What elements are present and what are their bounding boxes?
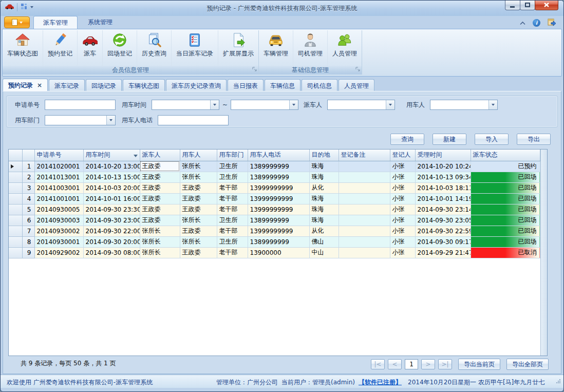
cell[interactable]: 小张 xyxy=(390,215,415,226)
resize-grip-icon[interactable] xyxy=(556,378,561,385)
column-header[interactable]: 用车人 xyxy=(180,150,217,161)
cell[interactable]: 2014-09-30 23:14 xyxy=(415,204,471,215)
cell[interactable]: 2014-09-30 22:00 xyxy=(83,226,140,236)
dispatch-status-cell[interactable]: 已回场 xyxy=(471,226,540,236)
ribbon-button-reservation-register[interactable]: 预约登记 xyxy=(43,30,78,66)
dispatch-status-cell[interactable]: 已预约 xyxy=(471,161,540,172)
next-page-button[interactable]: > xyxy=(421,359,435,369)
column-header[interactable]: 申请单号 xyxy=(34,150,83,161)
column-header[interactable]: 登记人 xyxy=(390,150,415,161)
cell[interactable]: 20141001001 xyxy=(34,193,83,204)
cell[interactable] xyxy=(339,215,390,226)
cell[interactable]: 2014-10-03 18:11 xyxy=(415,182,471,193)
application-menu-button[interactable] xyxy=(4,16,30,28)
tab-dispatch-history-query[interactable]: 派车历史记录查询 xyxy=(166,79,227,91)
cell[interactable]: 2014-09-30 22:59 xyxy=(415,226,471,236)
info-icon[interactable]: i xyxy=(533,19,540,27)
cell[interactable]: 王政委 xyxy=(140,193,180,204)
use-time-from-combobox[interactable] xyxy=(152,100,219,110)
tab-personnel-management[interactable]: 人员管理 xyxy=(339,79,374,91)
cell[interactable]: 从化 xyxy=(309,226,339,236)
dialog-launcher-icon[interactable] xyxy=(252,66,257,73)
cell[interactable]: 2014-09-30 23:30 xyxy=(83,204,140,215)
vertical-scrollbar[interactable] xyxy=(540,150,548,356)
row-number[interactable]: 1 xyxy=(22,161,34,172)
cell[interactable] xyxy=(339,161,390,172)
last-page-button[interactable]: >| xyxy=(438,359,452,369)
cell[interactable]: 佛山 xyxy=(309,236,339,247)
dropdown-button[interactable] xyxy=(386,100,394,109)
cell[interactable]: 20140929002 xyxy=(34,247,83,258)
cell[interactable]: 王政委 xyxy=(180,204,217,215)
form-switch-icon[interactable] xyxy=(548,18,556,28)
cell[interactable]: 2014-10-13 15:00 xyxy=(83,172,140,182)
row-number[interactable]: 6 xyxy=(22,215,34,226)
cell[interactable]: 珠海 xyxy=(309,215,339,226)
cell[interactable]: 20140930002 xyxy=(34,226,83,236)
cell[interactable]: 1389999999 xyxy=(248,215,309,226)
row-number[interactable]: 2 xyxy=(22,172,34,182)
row-indicator-cell[interactable] xyxy=(9,215,22,226)
ribbon-button-vehicle-status-map[interactable]: 车辆状态图 xyxy=(3,30,43,66)
cell[interactable]: 王政委 xyxy=(180,247,217,258)
cell[interactable]: 王政委 xyxy=(140,215,180,226)
cell[interactable]: 2014-10-03 20:00 xyxy=(83,182,140,193)
maximize-button[interactable] xyxy=(520,1,535,10)
dropdown-button[interactable] xyxy=(106,116,115,125)
prev-page-button[interactable]: < xyxy=(388,359,402,369)
cell[interactable]: 20140930001 xyxy=(34,236,83,247)
row-indicator-cell[interactable] xyxy=(9,182,22,193)
ribbon-button-personnel-management[interactable]: 人员管理 xyxy=(328,30,362,66)
cell[interactable]: 2014-09-30 23:00 xyxy=(83,215,140,226)
column-header[interactable]: 用车时间 xyxy=(83,150,140,161)
table-row[interactable]: 5201409300052014-09-30 23:30王政委王政委老干部139… xyxy=(9,204,540,215)
cell[interactable]: 20141013001 xyxy=(34,172,83,182)
row-number[interactable]: 5 xyxy=(22,204,34,215)
cell[interactable]: 2014-10-01 14:19 xyxy=(415,193,471,204)
cell[interactable]: 老干部 xyxy=(217,182,248,193)
row-number[interactable]: 3 xyxy=(22,182,34,193)
cell[interactable]: 1389999999 xyxy=(248,236,309,247)
table-row[interactable]: 4201410010012014-10-01 16:00王政委王政委老干部139… xyxy=(9,193,540,204)
cell[interactable]: 珠海 xyxy=(309,204,339,215)
cell[interactable]: 13999999999 xyxy=(248,226,309,236)
tab-reservation-records[interactable]: 预约记录× xyxy=(3,79,48,91)
cell[interactable]: 2014-09-29 21:47 xyxy=(415,247,471,258)
query-button[interactable]: 查询 xyxy=(390,134,424,145)
ribbon-button-driver-management[interactable]: 司机管理 xyxy=(293,30,328,66)
row-indicator-cell[interactable] xyxy=(9,172,22,182)
cell[interactable]: 2014-10-20 10:24 xyxy=(415,161,471,172)
cell[interactable]: 小张 xyxy=(390,236,415,247)
row-number[interactable]: 9 xyxy=(22,247,34,258)
column-header-blank[interactable] xyxy=(22,150,34,161)
cell[interactable]: 王政委 xyxy=(140,182,180,193)
cell[interactable]: 珠海 xyxy=(309,193,339,204)
export-all-pages-button[interactable]: 导出全部页 xyxy=(506,359,549,370)
cell[interactable]: 20141003001 xyxy=(34,182,83,193)
cell[interactable]: 小张 xyxy=(390,204,415,215)
cell[interactable]: 2014-09-30 23:05 xyxy=(415,215,471,226)
cell[interactable]: 2014-09-30 08:00 xyxy=(83,247,140,258)
cell[interactable]: 2014-09-30 09:17 xyxy=(415,236,471,247)
tab-daily-report[interactable]: 当日报表 xyxy=(228,79,264,91)
row-indicator-cell[interactable] xyxy=(9,204,22,215)
cell[interactable] xyxy=(339,226,390,236)
dispatch-status-cell[interactable]: 已回场 xyxy=(471,172,540,182)
row-indicator-cell[interactable] xyxy=(9,236,22,247)
cell[interactable]: 1389999999 xyxy=(248,172,309,182)
cell[interactable]: 老干部 xyxy=(217,204,248,215)
row-indicator-cell[interactable] xyxy=(9,193,22,204)
table-row[interactable]: 3201410030012014-10-03 20:00王政委王政委老干部139… xyxy=(9,182,540,193)
cell[interactable]: 小张 xyxy=(390,226,415,236)
ribbon-button-extended-screen[interactable]: 扩展屏显示 xyxy=(218,30,258,66)
ribbon-button-history-query[interactable]: 历史查询 xyxy=(137,30,172,66)
column-header[interactable]: 登记备注 xyxy=(339,150,390,161)
collapse-ribbon-chevron-icon[interactable] xyxy=(520,20,525,27)
dropdown-button[interactable] xyxy=(210,100,219,109)
cell[interactable]: 13900000 xyxy=(248,247,309,258)
cell[interactable]: 老干部 xyxy=(217,226,248,236)
cell[interactable]: 2014-10-20 13:00 xyxy=(83,161,140,172)
ribbon-button-dispatch[interactable]: 派车 xyxy=(78,30,103,66)
ribbon-button-vehicle-management[interactable]: 车辆管理 xyxy=(259,30,293,66)
cell[interactable]: 张所长 xyxy=(180,215,217,226)
